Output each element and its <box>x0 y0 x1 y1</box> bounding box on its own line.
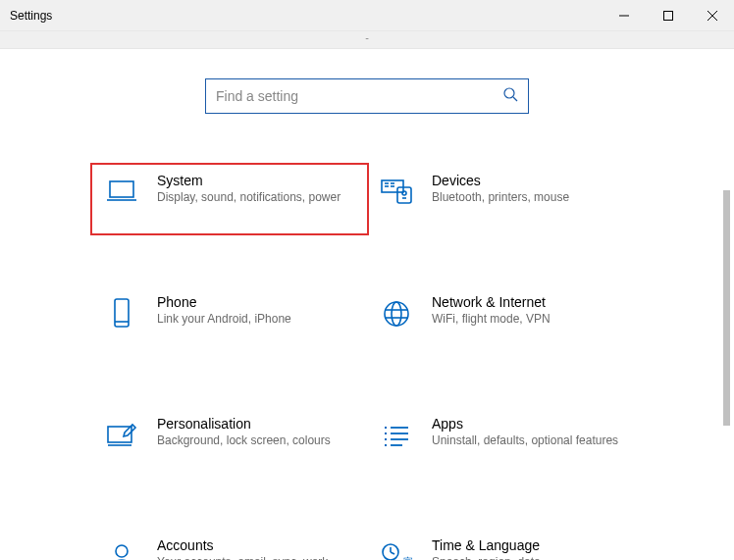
tile-title: Devices <box>432 173 632 188</box>
tile-text: Network & Internet WiFi, flight mode, VP… <box>432 294 632 328</box>
svg-line-5 <box>513 97 517 101</box>
tile-text: Devices Bluetooth, printers, mouse <box>432 173 632 206</box>
svg-rect-1 <box>663 12 672 21</box>
settings-tile-apps[interactable]: Apps Uninstall, defaults, optional featu… <box>367 408 642 477</box>
minimize-button[interactable] <box>602 0 646 31</box>
person-icon <box>104 539 139 560</box>
svg-point-32 <box>116 545 128 557</box>
settings-tile-accounts[interactable]: Accounts Your accounts, email, sync, wor… <box>92 530 367 560</box>
tile-desc: Background, lock screen, colours <box>157 433 357 449</box>
settings-grid: System Display, sound, notifications, po… <box>0 165 734 560</box>
settings-tile-phone[interactable]: Phone Link your Android, iPhone <box>92 286 367 355</box>
window-title: Settings <box>10 9 52 23</box>
tile-desc: Display, sound, notifications, power <box>157 190 357 206</box>
header-dash: - <box>365 31 369 43</box>
devices-icon <box>379 175 414 210</box>
tile-text: System Display, sound, notifications, po… <box>157 173 357 206</box>
svg-point-4 <box>504 88 514 98</box>
tile-desc: Bluetooth, printers, mouse <box>432 190 632 206</box>
tile-text: Phone Link your Android, iPhone <box>157 294 357 328</box>
tile-title: Apps <box>432 416 632 432</box>
svg-point-14 <box>402 191 406 195</box>
svg-line-35 <box>391 552 394 554</box>
search-icon <box>502 86 518 106</box>
maximize-icon <box>663 11 673 21</box>
close-icon <box>708 11 717 21</box>
tile-title: Accounts <box>157 537 357 553</box>
maximize-button[interactable] <box>646 0 690 31</box>
scrollbar-thumb[interactable] <box>723 190 730 426</box>
tile-text: Personalisation Background, lock screen,… <box>157 416 357 449</box>
svg-text:字: 字 <box>403 556 413 560</box>
tile-text: Apps Uninstall, defaults, optional featu… <box>432 416 632 449</box>
minimize-icon <box>619 11 629 21</box>
pen-screen-icon <box>104 418 139 453</box>
search-input[interactable] <box>216 88 502 104</box>
tile-title: System <box>157 173 357 188</box>
settings-tile-timelanguage[interactable]: A 字 Time & Language Speech, region, date <box>367 530 642 560</box>
svg-rect-6 <box>110 181 133 197</box>
settings-tile-system[interactable]: System Display, sound, notifications, po… <box>92 165 367 233</box>
tile-desc: Uninstall, defaults, optional features <box>432 433 632 449</box>
laptop-icon <box>104 175 139 210</box>
titlebar: Settings <box>0 0 734 31</box>
header-sub: - <box>0 31 734 49</box>
settings-tile-network[interactable]: Network & Internet WiFi, flight mode, VP… <box>367 286 642 355</box>
tile-title: Personalisation <box>157 416 357 432</box>
tile-title: Time & Language <box>432 537 632 553</box>
tile-text: Accounts Your accounts, email, sync, wor… <box>157 537 357 560</box>
list-icon <box>379 418 414 453</box>
tile-title: Phone <box>157 294 357 310</box>
tile-desc: Link your Android, iPhone <box>157 312 357 328</box>
tile-title: Network & Internet <box>432 294 632 310</box>
globe-icon <box>379 296 414 331</box>
tile-text: Time & Language Speech, region, date <box>432 537 632 560</box>
svg-point-18 <box>385 302 408 326</box>
tile-desc: Your accounts, email, sync, work, family <box>157 555 357 560</box>
tile-desc: WiFi, flight mode, VPN <box>432 312 632 328</box>
settings-tile-personalisation[interactable]: Personalisation Background, lock screen,… <box>92 408 367 477</box>
scrollbar[interactable] <box>718 49 732 560</box>
time-lang-icon: A 字 <box>379 539 414 560</box>
tile-desc: Speech, region, date <box>432 555 632 560</box>
svg-point-19 <box>392 302 401 326</box>
settings-tile-devices[interactable]: Devices Bluetooth, printers, mouse <box>367 165 642 233</box>
close-button[interactable] <box>690 0 734 31</box>
content-area: System Display, sound, notifications, po… <box>0 49 734 560</box>
search-box[interactable] <box>205 78 529 114</box>
phone-icon <box>104 296 139 331</box>
window-controls <box>602 0 734 30</box>
